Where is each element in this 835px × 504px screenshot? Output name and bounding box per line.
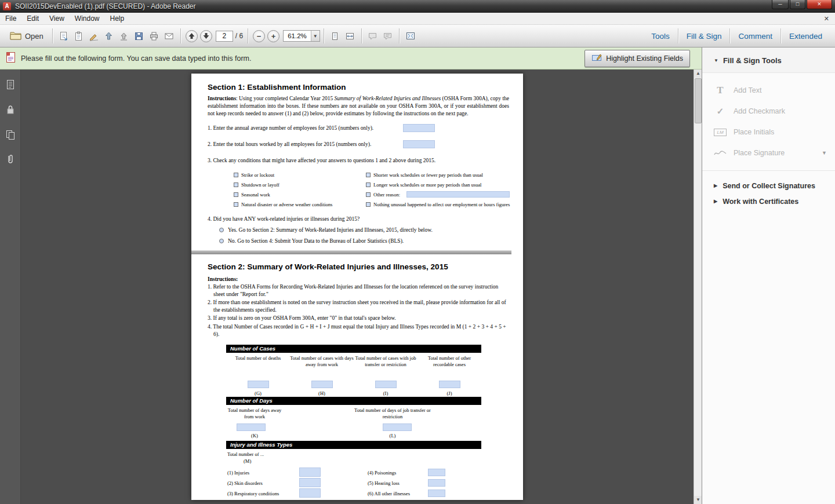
- page-view-icon[interactable]: [328, 28, 343, 43]
- next-page-button[interactable]: [200, 30, 212, 42]
- place-initials-tool[interactable]: LM Place Initials: [702, 122, 835, 143]
- pages-icon[interactable]: [0, 125, 21, 144]
- checkbox-strike-or-lockout[interactable]: Strike or lockout: [234, 171, 366, 178]
- days-away-cases-field[interactable]: [311, 381, 333, 388]
- work-with-certificates-link[interactable]: ▶ Work with Certificates: [702, 193, 835, 209]
- highlight-text-icon[interactable]: [380, 28, 395, 43]
- previous-page-button[interactable]: [186, 30, 198, 42]
- security-lock-icon[interactable]: [0, 100, 21, 119]
- menu-help[interactable]: Help: [105, 13, 130, 24]
- injuries-field[interactable]: [299, 468, 321, 477]
- other-reason-field[interactable]: [406, 191, 510, 198]
- notification-message: Please fill out the following form. You …: [21, 54, 251, 63]
- place-signature-tool[interactable]: Place Signature ▼: [702, 143, 835, 163]
- radio-no-row[interactable]: No. Go to Section 4: Submit Your Data to…: [219, 238, 509, 244]
- send-or-collect-signatures-link[interactable]: ▶ Send or Collect Signatures: [702, 178, 835, 193]
- zoom-dropdown-icon[interactable]: ▼: [311, 31, 320, 41]
- vertical-scrollbar[interactable]: ▲ ▼: [694, 70, 702, 504]
- total-hours-worked-field[interactable]: [403, 140, 435, 148]
- task-pane-tabs: Tools Fill & Sign Comment Extended: [643, 25, 830, 47]
- question2-text: 2. Enter the total hours worked by all e…: [208, 141, 371, 147]
- menu-edit[interactable]: Edit: [21, 13, 44, 24]
- checkbox-seasonal-work[interactable]: Seasonal work: [234, 191, 366, 198]
- fit-width-icon[interactable]: [343, 28, 358, 43]
- sticky-note-icon[interactable]: [365, 28, 380, 43]
- days-transfer-field[interactable]: [383, 423, 412, 431]
- scrollbar-thumb[interactable]: [695, 78, 702, 123]
- total-number-label: Total number of ...: [227, 451, 264, 457]
- checkbox-icon[interactable]: [234, 202, 238, 207]
- checkbox-longer-work-schedules[interactable]: Longer work schedules or more pay period…: [366, 181, 510, 188]
- fullscreen-icon[interactable]: [403, 28, 418, 43]
- menu-window[interactable]: Window: [70, 13, 105, 24]
- injury-illness-types-section: Total number of ... (M) (1) Injuries (4)…: [226, 449, 481, 504]
- other-recordable-cases-field[interactable]: [439, 381, 460, 388]
- radio-yes-row[interactable]: Yes. Go to Section 2: Summary of Work-Re…: [219, 227, 509, 233]
- section-divider: [191, 250, 511, 254]
- respiratory-conditions-field[interactable]: [299, 488, 321, 498]
- annual-average-employees-field[interactable]: [403, 124, 435, 132]
- tab-tools[interactable]: Tools: [643, 25, 678, 47]
- maximize-button[interactable]: □: [790, 0, 805, 9]
- save-icon[interactable]: [132, 28, 147, 43]
- radio-yes-icon[interactable]: [219, 228, 224, 232]
- number-of-days-section: Total number of days away from work Tota…: [226, 405, 481, 441]
- attachments-icon[interactable]: [0, 149, 21, 169]
- checkbox-shorter-work-schedules[interactable]: Shorter work schedules or fewer pay peri…: [366, 171, 510, 178]
- scroll-down-icon[interactable]: ▼: [694, 496, 702, 504]
- checkbox-natural-disaster[interactable]: Natural disaster or adverse weather cond…: [234, 201, 366, 207]
- export-pdf-icon[interactable]: [56, 28, 71, 43]
- total-number-letter: (M): [244, 458, 251, 464]
- email-icon[interactable]: [162, 28, 177, 43]
- checkbox-icon[interactable]: [366, 182, 371, 187]
- fill-sign-tools-header[interactable]: ▼ Fill & Sign Tools: [702, 48, 835, 73]
- title-bar: A SOII2015DevEnabled (1).pdf (SECURED) -…: [0, 0, 835, 13]
- zoom-out-button[interactable]: −: [253, 30, 265, 42]
- question3-text: 3. Check any conditions that might have …: [208, 158, 435, 163]
- page-thumbnails-icon[interactable]: [0, 75, 21, 94]
- page-number-input[interactable]: 2: [216, 31, 233, 42]
- checkbox-icon[interactable]: [234, 182, 238, 187]
- clipboard-icon[interactable]: [71, 28, 86, 43]
- job-transfer-cases-field[interactable]: [375, 381, 397, 388]
- menu-view[interactable]: View: [44, 13, 70, 24]
- zoom-in-button[interactable]: +: [267, 30, 279, 42]
- number-of-days-header: Number of Days: [226, 397, 481, 405]
- checkbox-icon[interactable]: [366, 202, 371, 207]
- checkbox-nothing-unusual[interactable]: Nothing unusual happened to affect our e…: [366, 201, 510, 207]
- open-button[interactable]: Open: [5, 28, 49, 44]
- deaths-field[interactable]: [248, 381, 269, 388]
- skin-disorders-field[interactable]: [299, 478, 321, 487]
- minimize-button[interactable]: ─: [772, 0, 789, 9]
- checkbox-label: Nothing unusual happened to affect our e…: [373, 202, 510, 207]
- zoom-level-select[interactable]: 61.2% ▼: [283, 30, 320, 42]
- place-signature-dropdown-icon[interactable]: ▼: [822, 150, 827, 156]
- checkbox-icon[interactable]: [366, 192, 371, 197]
- checkbox-shutdown-or-layoff[interactable]: Shutdown or layoff: [234, 181, 366, 188]
- tab-comment[interactable]: Comment: [730, 25, 780, 47]
- all-other-illnesses-field[interactable]: [428, 490, 445, 497]
- send-icon[interactable]: [101, 28, 117, 43]
- place-signature-icon: [714, 149, 727, 156]
- close-document-icon[interactable]: ✕: [824, 15, 829, 23]
- radio-no-icon[interactable]: [219, 239, 224, 243]
- upload-icon[interactable]: [117, 28, 132, 43]
- checkbox-icon[interactable]: [366, 173, 371, 177]
- tab-fill-sign[interactable]: Fill & Sign: [678, 25, 730, 47]
- menu-file[interactable]: File: [0, 13, 21, 24]
- checkbox-other-reason[interactable]: Other reason:: [366, 191, 510, 198]
- expand-triangle-icon: ▶: [714, 183, 717, 188]
- add-text-tool[interactable]: T Add Text: [702, 80, 835, 101]
- days-away-field[interactable]: [237, 423, 266, 431]
- add-checkmark-tool[interactable]: ✓ Add Checkmark: [702, 101, 835, 122]
- scroll-up-icon[interactable]: ▲: [694, 70, 702, 78]
- hearing-loss-field[interactable]: [428, 479, 445, 487]
- print-icon[interactable]: [147, 28, 162, 43]
- close-button[interactable]: ✕: [807, 0, 832, 9]
- poisonings-field[interactable]: [428, 469, 445, 476]
- checkbox-icon[interactable]: [234, 192, 238, 197]
- tab-extended[interactable]: Extended: [781, 25, 830, 47]
- sign-pen-icon[interactable]: [86, 28, 101, 43]
- checkbox-icon[interactable]: [234, 173, 238, 177]
- highlight-existing-fields-button[interactable]: Highlight Existing Fields: [584, 50, 690, 67]
